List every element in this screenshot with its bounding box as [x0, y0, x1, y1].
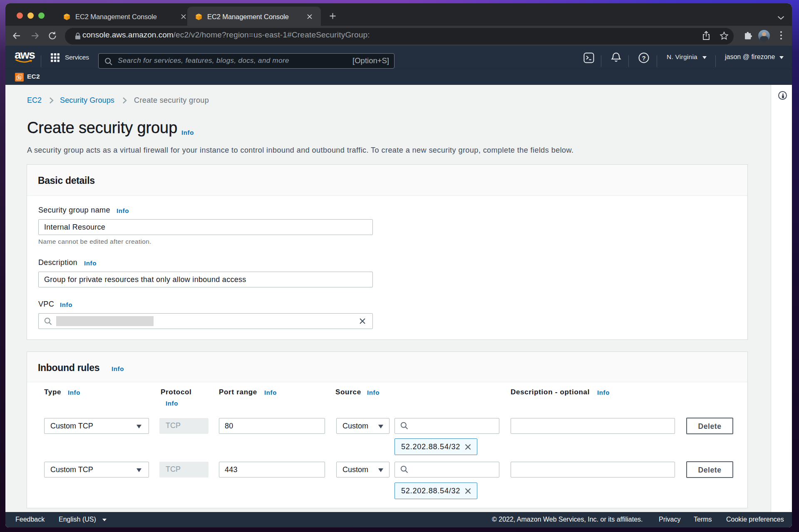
svg-text:?: ?: [642, 54, 645, 62]
